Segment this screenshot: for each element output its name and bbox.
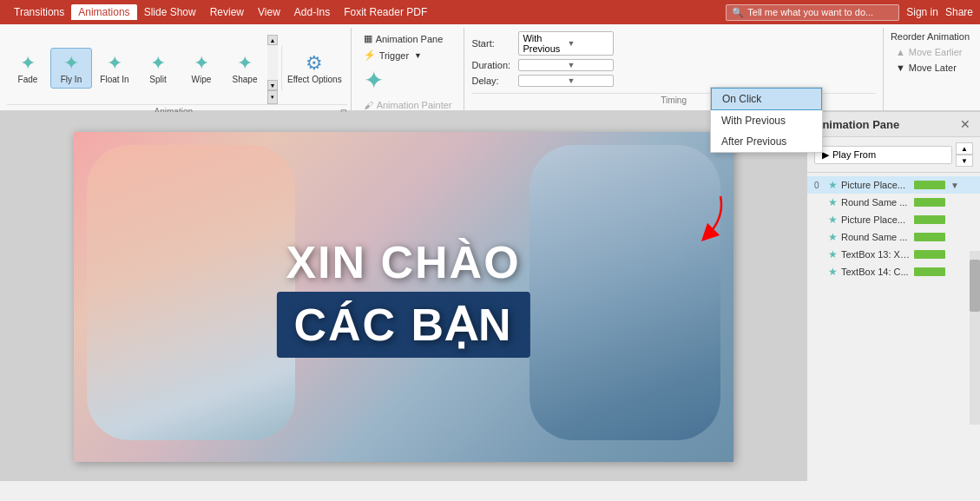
anim-floatin[interactable]: ✦ Float In <box>94 49 135 88</box>
animation-buttons: ✦ Fade ✦ Fly In ✦ Float In ✦ Split ✦ Wip… <box>7 28 347 104</box>
tab-slideshow[interactable]: Slide Show <box>137 4 203 20</box>
animation-group: ✦ Fade ✦ Fly In ✦ Float In ✦ Split ✦ Wip… <box>3 28 352 110</box>
anim-list-item-1[interactable]: ★ Round Same ... <box>807 194 980 211</box>
anim-star-0: ★ <box>828 179 838 191</box>
anim-bar-0 <box>914 181 945 189</box>
trigger-icon: ⚡ <box>364 49 376 61</box>
sign-in-button[interactable]: Sign in <box>906 6 938 18</box>
play-from-label: Play From <box>832 149 876 160</box>
anim-name-4: TextBox 13: XI... <box>841 249 911 260</box>
anim-wipe[interactable]: ✦ Wipe <box>181 49 222 88</box>
anim-list-item-5[interactable]: ★ TextBox 14: C... <box>807 263 980 280</box>
anim-name-1: Round Same ... <box>841 197 911 208</box>
tab-review[interactable]: Review <box>203 4 251 20</box>
duration-row: Duration: ▼ <box>471 59 875 71</box>
scroll-down-button[interactable]: ▼ <box>267 80 278 90</box>
timing-rows: Start: With Previous ▼ Duration: ▼ Delay… <box>471 31 875 87</box>
fade-icon: ✦ <box>20 52 36 75</box>
duration-label: Duration: <box>471 60 515 70</box>
pane-header: Animation Pane ✕ <box>807 112 980 137</box>
menu-bar: Transitions Animations Slide Show Review… <box>0 0 980 24</box>
pane-close-button[interactable]: ✕ <box>957 117 973 131</box>
split-icon: ✦ <box>150 52 166 75</box>
play-up-button[interactable]: ▲ <box>956 142 973 155</box>
tab-addins[interactable]: Add-Ins <box>287 4 337 20</box>
cac-ban-text: CÁC BẠN <box>293 299 512 351</box>
add-animation-icon: ✦ <box>364 66 384 95</box>
anim-fade[interactable]: ✦ Fade <box>7 49 49 88</box>
slide-background: XIN CHÀO CÁC BẠN <box>74 132 733 462</box>
move-later-button[interactable]: ▼ Move Later <box>891 61 970 75</box>
anim-star-1: ★ <box>828 196 838 208</box>
menu-search: 🔍 Tell me what you want to do... Sign in… <box>726 4 973 21</box>
anim-bar-3 <box>914 233 945 241</box>
toolbar: ✦ Fade ✦ Fly In ✦ Float In ✦ Split ✦ Wip… <box>0 24 980 111</box>
delay-label: Delay: <box>471 76 515 86</box>
pane-scrollbar[interactable] <box>970 251 980 425</box>
move-earlier-icon: ▲ <box>896 47 905 57</box>
bg-shape-left <box>87 145 295 440</box>
anim-dropdown-0[interactable]: ▼ <box>950 181 959 190</box>
anim-num-0: 0 <box>814 181 825 190</box>
tab-transitions[interactable]: Transitions <box>7 4 71 20</box>
anim-bar-4 <box>914 250 945 259</box>
anim-list-item-3[interactable]: ★ Round Same ... <box>807 228 980 246</box>
delay-select[interactable]: ▼ <box>518 75 614 87</box>
start-label: Start: <box>471 38 515 49</box>
tab-view[interactable]: View <box>251 4 287 20</box>
anim-bar-1 <box>914 198 945 207</box>
reorder-group: Reorder Animation ▲ Move Earlier ▼ Move … <box>884 28 977 110</box>
anim-list-item-4[interactable]: ★ TextBox 13: XI... <box>807 246 980 263</box>
dropdown-after-previous[interactable]: After Previous <box>711 131 822 152</box>
animation-list: 0 ★ Picture Place... ▼ ★ Round Same ... … <box>807 173 980 481</box>
search-box[interactable]: 🔍 Tell me what you want to do... <box>726 4 899 21</box>
move-earlier-button[interactable]: ▲ Move Earlier <box>891 45 970 59</box>
anim-star-3: ★ <box>828 231 838 243</box>
anim-name-5: TextBox 14: C... <box>841 267 911 277</box>
scroll-more-button[interactable]: ▾ <box>267 90 278 104</box>
delay-row: Delay: ▼ <box>471 75 875 87</box>
play-controls: ▲ ▼ <box>956 142 973 167</box>
anim-star-2: ★ <box>828 214 838 226</box>
cac-ban-container: CÁC BẠN <box>276 292 529 358</box>
flyin-icon: ✦ <box>63 52 79 75</box>
effect-options-button[interactable]: ⚙ Effect Options <box>281 45 347 91</box>
start-dropdown-popup: On Click With Previous After Previous <box>710 87 823 153</box>
scrollbar-thumb[interactable] <box>970 260 980 312</box>
text-overlay: XIN CHÀO CÁC BẠN <box>276 236 529 358</box>
play-down-button[interactable]: ▼ <box>956 155 973 167</box>
shape-icon: ✦ <box>237 52 253 75</box>
tab-animations[interactable]: Animations <box>71 4 136 20</box>
trigger-button[interactable]: ⚡ Trigger ▼ <box>358 48 457 63</box>
start-row: Start: With Previous ▼ <box>471 31 875 56</box>
tab-foxit[interactable]: Foxit Reader PDF <box>337 4 434 20</box>
anim-list-item-2[interactable]: ★ Picture Place... <box>807 211 980 228</box>
wipe-icon: ✦ <box>194 52 209 75</box>
search-placeholder: Tell me what you want to do... <box>747 7 873 17</box>
advanced-animation-items: ▦ Animation Pane ⚡ Trigger ▼ ✦ 🖌 Animati… <box>358 31 457 112</box>
start-select[interactable]: With Previous ▼ <box>518 31 614 56</box>
effect-options-icon: ⚙ <box>306 52 323 75</box>
animation-pane-button[interactable]: ▦ Animation Pane <box>358 31 457 46</box>
animation-painter-button[interactable]: 🖌 Animation Painter <box>358 98 457 112</box>
scroll-up-button[interactable]: ▲ <box>267 35 278 45</box>
add-animation-button[interactable]: ✦ <box>358 64 457 96</box>
delay-dropdown-arrow: ▼ <box>567 76 609 85</box>
start-value: With Previous <box>523 33 565 54</box>
anim-name-2: Picture Place... <box>841 214 911 225</box>
share-button[interactable]: Share <box>945 6 973 18</box>
anim-list-item-0[interactable]: 0 ★ Picture Place... ▼ <box>807 176 980 194</box>
slide-area[interactable]: XIN CHÀO CÁC BẠN <box>0 112 806 481</box>
search-icon: 🔍 <box>732 7 744 18</box>
dropdown-on-click[interactable]: On Click <box>711 88 822 110</box>
anim-flyin[interactable]: ✦ Fly In <box>50 48 92 89</box>
duration-select[interactable]: ▼ <box>518 59 614 71</box>
start-dropdown-arrow: ▼ <box>567 39 609 48</box>
bg-shape-right <box>529 145 720 440</box>
anim-bar-5 <box>914 267 945 276</box>
anim-shape[interactable]: ✦ Shape <box>224 49 266 88</box>
dropdown-with-previous[interactable]: With Previous <box>711 110 822 131</box>
play-from-button[interactable]: ▶ Play From <box>814 146 952 164</box>
reorder-title: Reorder Animation <box>891 31 970 42</box>
anim-split[interactable]: ✦ Split <box>137 49 179 88</box>
